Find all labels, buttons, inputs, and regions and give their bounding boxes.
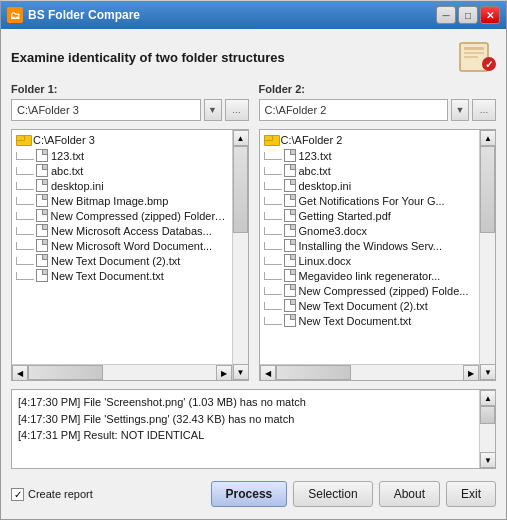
tree2-scrollbar-h[interactable]: ◀ ▶ (260, 364, 480, 380)
folder2-input-row: ▼ … (259, 99, 497, 121)
svg-rect-1 (464, 47, 484, 50)
scroll-up-2[interactable]: ▲ (480, 130, 496, 146)
folder1-dropdown-btn[interactable]: ▼ (204, 99, 222, 121)
scroll-track-1 (233, 146, 248, 364)
folder2-dropdown-btn[interactable]: ▼ (451, 99, 469, 121)
scroll-h-thumb-2 (276, 365, 351, 380)
list-item[interactable]: abc.txt (14, 163, 230, 178)
create-report-checkbox[interactable]: ✓ (11, 488, 24, 501)
log-line-2: [4:17:30 PM] File 'Settings.png' (32.43 … (18, 411, 473, 428)
list-item[interactable]: New Text Document.txt (262, 313, 478, 328)
title-bar-left: 🗂 BS Folder Compare (7, 7, 140, 23)
svg-rect-2 (464, 52, 484, 54)
scroll-track-2 (480, 146, 495, 364)
list-item[interactable]: New Text Document (2).txt (14, 253, 230, 268)
header-area: Examine identicality of two folder struc… (11, 39, 496, 75)
about-button[interactable]: About (379, 481, 440, 507)
tree1-scrollbar-v[interactable]: ▲ ▼ (232, 130, 248, 380)
file-tree-panel-2: C:\AFolder 2 123.txt abc.txt (259, 129, 497, 381)
list-item[interactable]: Linux.docx (262, 253, 478, 268)
folder2-label: Folder 2: (259, 83, 497, 95)
log-scroll-up[interactable]: ▲ (480, 390, 496, 406)
folder-section: Folder 1: ▼ … Folder 2: ▼ … (11, 83, 496, 121)
header-logo: ✓ (454, 39, 496, 75)
tree2-root-label: C:\AFolder 2 (281, 134, 343, 146)
tree1-root[interactable]: C:\AFolder 3 (14, 132, 230, 148)
log-content: [4:17:30 PM] File 'Screenshot.png' (1.03… (12, 390, 479, 468)
log-scrollbar-v[interactable]: ▲ ▼ (479, 390, 495, 468)
list-item[interactable]: abc.txt (262, 163, 478, 178)
window-title: BS Folder Compare (28, 8, 140, 22)
folder1-panel: Folder 1: ▼ … (11, 83, 249, 121)
create-report-label: Create report (28, 488, 93, 500)
minimize-button[interactable]: ─ (436, 6, 456, 24)
list-item[interactable]: New Text Document (2).txt (262, 298, 478, 313)
list-item[interactable]: New Text Document.txt (14, 268, 230, 283)
maximize-button[interactable]: □ (458, 6, 478, 24)
list-item[interactable]: Get Notifications For Your G... (262, 193, 478, 208)
scroll-h-thumb-1 (28, 365, 103, 380)
scroll-thumb-1 (233, 146, 248, 233)
scroll-h-track-2 (276, 365, 464, 380)
folder1-label: Folder 1: (11, 83, 249, 95)
header-text: Examine identicality of two folder struc… (11, 50, 285, 65)
list-item[interactable]: desktop.ini (14, 178, 230, 193)
log-line-1: [4:17:30 PM] File 'Screenshot.png' (1.03… (18, 394, 473, 411)
bottom-bar: ✓ Create report Process Selection About … (11, 477, 496, 509)
folder1-input-row: ▼ … (11, 99, 249, 121)
folder2-panel: Folder 2: ▼ … (259, 83, 497, 121)
exit-button[interactable]: Exit (446, 481, 496, 507)
create-report-row: ✓ Create report (11, 488, 93, 501)
list-item[interactable]: 123.txt (14, 148, 230, 163)
file-tree-scroll-2[interactable]: C:\AFolder 2 123.txt abc.txt (260, 130, 480, 364)
log-scroll-thumb (480, 406, 495, 424)
main-content: Examine identicality of two folder struc… (1, 29, 506, 519)
scroll-down-1[interactable]: ▼ (233, 364, 249, 380)
svg-rect-3 (464, 56, 478, 58)
list-item[interactable]: New Microsoft Word Document... (14, 238, 230, 253)
scroll-h-left-2[interactable]: ◀ (260, 365, 276, 380)
close-button[interactable]: ✕ (480, 6, 500, 24)
tree1-scrollbar-h[interactable]: ◀ ▶ (12, 364, 232, 380)
log-panel: [4:17:30 PM] File 'Screenshot.png' (1.03… (11, 389, 496, 469)
folder1-browse-btn[interactable]: … (225, 99, 249, 121)
title-bar: 🗂 BS Folder Compare ─ □ ✕ (1, 1, 506, 29)
list-item[interactable]: Gnome3.docx (262, 223, 478, 238)
list-item[interactable]: New Compressed (zipped) Folde... (262, 283, 478, 298)
scroll-h-right-2[interactable]: ▶ (463, 365, 479, 380)
list-item[interactable]: New Compressed (zipped) Folder.zip (14, 208, 230, 223)
scroll-h-right-1[interactable]: ▶ (216, 365, 232, 380)
scroll-thumb-2 (480, 146, 495, 233)
title-controls: ─ □ ✕ (436, 6, 500, 24)
selection-button[interactable]: Selection (293, 481, 372, 507)
scroll-up-1[interactable]: ▲ (233, 130, 249, 146)
list-item[interactable]: Installing the Windows Serv... (262, 238, 478, 253)
file-trees-area: C:\AFolder 3 123.txt abc.txt (11, 129, 496, 381)
log-line-3: [4:17:31 PM] Result: NOT IDENTICAL (18, 427, 473, 444)
file-tree-scroll-1[interactable]: C:\AFolder 3 123.txt abc.txt (12, 130, 232, 364)
list-item[interactable]: New Microsoft Access Databas... (14, 223, 230, 238)
list-item[interactable]: 123.txt (262, 148, 478, 163)
list-item[interactable]: New Bitmap Image.bmp (14, 193, 230, 208)
tree2-root[interactable]: C:\AFolder 2 (262, 132, 478, 148)
app-icon: 🗂 (7, 7, 23, 23)
list-item[interactable]: desktop.ini (262, 178, 478, 193)
log-scroll-down[interactable]: ▼ (480, 452, 496, 468)
scroll-down-2[interactable]: ▼ (480, 364, 496, 380)
scroll-h-left-1[interactable]: ◀ (12, 365, 28, 380)
tree2-scrollbar-v[interactable]: ▲ ▼ (479, 130, 495, 380)
list-item[interactable]: Megavideo link regenerator... (262, 268, 478, 283)
svg-text:✓: ✓ (485, 59, 493, 70)
folder1-input[interactable] (11, 99, 201, 121)
tree1-root-label: C:\AFolder 3 (33, 134, 95, 146)
app-window: 🗂 BS Folder Compare ─ □ ✕ Examine identi… (0, 0, 507, 520)
folder2-browse-btn[interactable]: … (472, 99, 496, 121)
folder2-input[interactable] (259, 99, 449, 121)
scroll-h-track-1 (28, 365, 216, 380)
file-tree-panel-1: C:\AFolder 3 123.txt abc.txt (11, 129, 249, 381)
list-item[interactable]: Getting Started.pdf (262, 208, 478, 223)
process-button[interactable]: Process (211, 481, 288, 507)
log-scroll-track (480, 406, 495, 452)
